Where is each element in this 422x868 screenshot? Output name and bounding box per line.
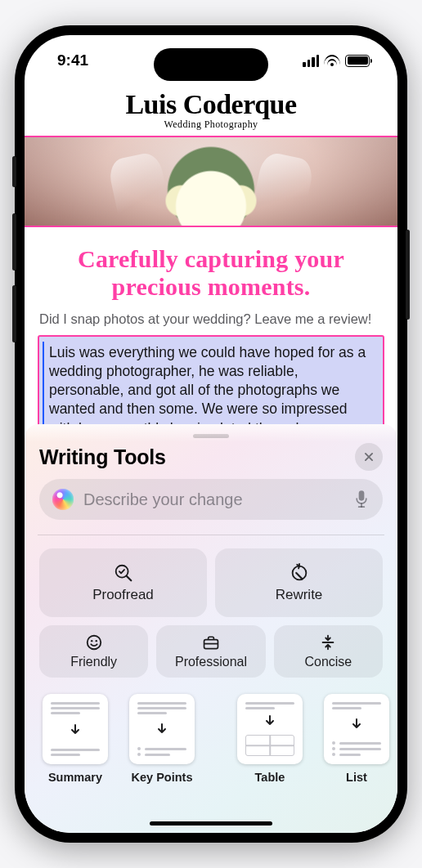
close-icon [363,451,375,463]
writing-tools-sheet: Writing Tools [25,424,397,833]
review-prompt: Did I snap photos at your wedding? Leave… [25,311,397,335]
sheet-title: Writing Tools [39,445,166,469]
microphone-icon[interactable] [353,489,370,510]
apple-intelligence-icon [52,489,74,510]
professional-label: Professional [175,655,247,669]
summary-format-button[interactable]: Summary [43,694,108,784]
document-header: Luis Coderque Wedding Photography [25,86,397,136]
svg-point-8 [87,636,101,650]
table-card-icon [237,694,303,764]
business-subtitle: Wedding Photography [25,119,397,131]
list-label: List [346,771,367,784]
close-button[interactable] [355,443,383,471]
key-points-format-button[interactable]: Key Points [129,694,195,784]
professional-button[interactable]: Professional [156,625,265,678]
briefcase-icon [202,633,220,651]
divider [38,535,384,535]
concise-icon [319,633,337,651]
friendly-button[interactable]: Friendly [39,625,148,678]
describe-change-field[interactable] [39,479,383,520]
iphone-frame: 9:41 Luis Coderque Wedding Photography C… [15,25,407,843]
summary-label: Summary [48,771,102,784]
concise-label: Concise [304,655,352,669]
svg-rect-0 [359,490,365,501]
status-time: 9:41 [57,51,88,69]
wifi-icon [324,55,340,67]
describe-change-input[interactable] [83,490,343,509]
svg-point-9 [91,640,92,642]
proofread-label: Proofread [92,587,154,603]
sheet-grabber[interactable] [193,434,229,438]
cellular-signal-icon [303,55,319,67]
key-points-card-icon [129,694,195,764]
home-indicator[interactable] [150,821,272,825]
table-label: Table [255,771,285,784]
rewrite-label: Rewrite [276,587,323,603]
business-name: Luis Coderque [25,89,397,120]
table-format-button[interactable]: Table [237,694,303,784]
svg-line-7 [296,573,302,579]
battery-icon [345,55,370,67]
hero-image [25,136,397,227]
dynamic-island [154,48,268,81]
magnifier-check-icon [113,562,134,584]
smile-icon [85,633,103,651]
proofread-button[interactable]: Proofread [39,548,207,617]
screen: 9:41 Luis Coderque Wedding Photography C… [25,35,397,833]
friendly-label: Friendly [70,655,117,669]
svg-line-4 [126,576,131,581]
rewrite-button[interactable]: Rewrite [215,548,383,617]
concise-button[interactable]: Concise [274,625,383,678]
svg-point-10 [95,640,97,642]
key-points-label: Key Points [132,771,193,784]
tagline-heading: Carefully capturing your precious moment… [25,227,397,311]
summary-card-icon [43,694,108,764]
list-card-icon [324,694,389,764]
rewrite-icon [289,562,310,584]
list-format-button[interactable]: List [324,694,389,784]
